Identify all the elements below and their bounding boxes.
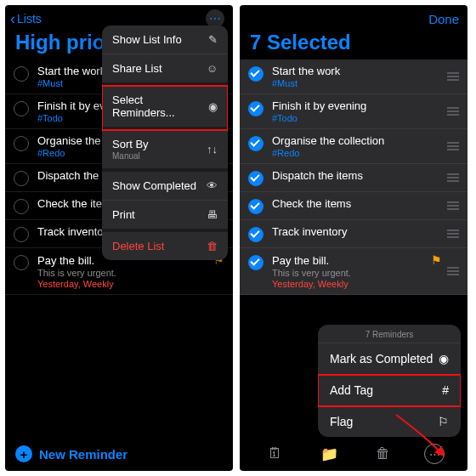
phone-right: Done 7 Selected Start the work#Must Fini… [240, 5, 468, 471]
list-menu: Show List Info✎ Share List☺ Select Remin… [102, 26, 228, 260]
complete-circle[interactable] [14, 101, 29, 116]
menu-print[interactable]: Print🖶 [102, 201, 228, 232]
reminder-row[interactable]: Dispatch the items [240, 164, 468, 192]
reminder-row[interactable]: Finish it by evening#Todo [240, 94, 468, 129]
reminder-row[interactable]: Organise the collection#Redo [240, 129, 468, 164]
reminder-title: Start the work [272, 65, 459, 77]
selection-check[interactable] [248, 136, 264, 151]
sort-icon: ↑↓ [207, 143, 218, 156]
bottom-toolbar: 🗓 📁 🗑 ⋯ [240, 444, 468, 464]
back-label: Lists [17, 12, 42, 26]
drag-handle-icon[interactable] [447, 267, 459, 275]
new-reminder-button[interactable]: + New Reminder [15, 445, 128, 462]
reminder-row[interactable]: Pay the bill. ⚑ This is very urgent. Yes… [240, 248, 468, 295]
menu-share-list[interactable]: Share List☺ [102, 54, 228, 86]
plus-icon: + [15, 445, 32, 462]
chevron-left-icon: ‹ [10, 11, 15, 26]
reminder-title: Track inventory [272, 225, 459, 238]
share-icon: ☺ [207, 62, 218, 75]
reminder-row[interactable]: Start the work#Must [240, 60, 468, 94]
ellipsis-icon: ⋯ [209, 12, 221, 26]
action-sheet: 7 Reminders Mark as Completed◉ Add Tag# … [318, 325, 461, 437]
selection-check[interactable] [248, 66, 264, 82]
sheet-mark-completed[interactable]: Mark as Completed◉ [318, 343, 461, 375]
selection-check[interactable] [248, 227, 264, 242]
sheet-header: 7 Reminders [318, 325, 461, 343]
reminder-title: Check the items [272, 197, 459, 210]
complete-circle[interactable] [14, 66, 29, 82]
menu-delete-list[interactable]: Delete List🗑 [102, 232, 228, 260]
menu-sort-by[interactable]: Sort ByManual ↑↓ [102, 130, 228, 172]
sheet-flag[interactable]: Flag⚐ [318, 406, 461, 437]
flag-icon: ⚑ [431, 253, 442, 267]
drag-handle-icon[interactable] [447, 72, 459, 81]
eye-icon: 👁 [207, 179, 218, 192]
complete-circle[interactable] [14, 136, 29, 151]
done-button[interactable]: Done [428, 12, 459, 26]
reminder-title: Organise the collection [272, 134, 459, 147]
toolbar-delete-icon[interactable]: 🗑 [371, 445, 396, 462]
reminder-tag: #Todo [272, 113, 459, 123]
toolbar-move-icon[interactable]: 📁 [316, 445, 342, 463]
complete-circle[interactable] [14, 227, 29, 242]
complete-circle[interactable] [14, 199, 29, 214]
trash-icon: 🗑 [207, 240, 218, 252]
reminder-due: Yesterday, Weekly [272, 279, 459, 289]
reminder-title: Finish it by evening [272, 99, 459, 112]
drag-handle-icon[interactable] [447, 107, 459, 116]
drag-handle-icon[interactable] [447, 230, 459, 238]
reminder-title: Pay the bill. [272, 254, 329, 267]
check-circle-icon: ◉ [208, 100, 218, 113]
selection-check[interactable] [248, 101, 264, 116]
circle-icon: ◉ [439, 352, 449, 366]
menu-show-completed[interactable]: Show Completed👁 [102, 172, 228, 201]
menu-show-info[interactable]: Show List Info✎ [102, 26, 228, 54]
new-reminder-label: New Reminder [39, 447, 128, 462]
selection-title: 7 Selected [240, 29, 468, 60]
reminder-list-selected: Start the work#Must Finish it by evening… [240, 60, 468, 295]
reminder-title: Dispatch the items [272, 169, 459, 182]
sheet-add-tag[interactable]: Add Tag# [318, 375, 461, 406]
pencil-icon: ✎ [208, 33, 218, 46]
ellipsis-icon: ⋯ [429, 448, 440, 461]
reminder-due: Yesterday, Weekly [37, 279, 224, 289]
reminder-tag: #Redo [272, 148, 459, 158]
toolbar-more-button[interactable]: ⋯ [424, 444, 445, 464]
reminder-note: This is very urgent. [272, 268, 459, 278]
complete-circle[interactable] [14, 171, 29, 186]
selection-check[interactable] [248, 255, 264, 270]
drag-handle-icon[interactable] [447, 173, 459, 182]
flag-outline-icon: ⚐ [438, 415, 449, 428]
selection-check[interactable] [248, 171, 264, 186]
printer-icon: 🖶 [207, 208, 218, 221]
selection-check[interactable] [248, 199, 264, 214]
back-button[interactable]: ‹ Lists [10, 11, 42, 26]
reminder-row[interactable]: Check the items [240, 192, 468, 220]
drag-handle-icon[interactable] [447, 201, 459, 210]
reminder-row[interactable]: Track inventory [240, 220, 468, 248]
phone-left: ‹ Lists ⋯ High prio Start the work #Must… [5, 5, 233, 471]
reminder-title: Pay the bill. [37, 254, 94, 267]
reminder-note: This is very urgent. [37, 268, 224, 278]
drag-handle-icon[interactable] [447, 142, 459, 150]
reminder-tag: #Must [272, 78, 459, 88]
complete-circle[interactable] [14, 255, 29, 270]
toolbar-date-icon[interactable]: 🗓 [263, 445, 288, 462]
menu-select-reminders[interactable]: Select Reminders...◉ [102, 86, 228, 130]
hash-icon: # [442, 383, 449, 397]
nav-bar: Done [240, 5, 468, 29]
